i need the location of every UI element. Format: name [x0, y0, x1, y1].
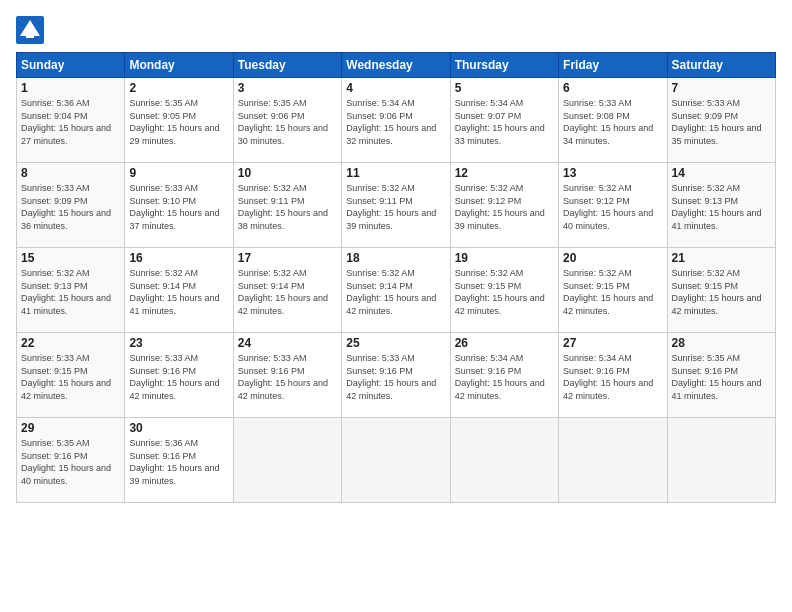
day-info: Sunrise: 5:33 AM Sunset: 9:16 PM Dayligh… — [129, 352, 228, 402]
day-info: Sunrise: 5:32 AM Sunset: 9:12 PM Dayligh… — [563, 182, 662, 232]
table-row: 10Sunrise: 5:32 AM Sunset: 9:11 PM Dayli… — [233, 163, 341, 248]
table-row: 9Sunrise: 5:33 AM Sunset: 9:10 PM Daylig… — [125, 163, 233, 248]
table-row: 15Sunrise: 5:32 AM Sunset: 9:13 PM Dayli… — [17, 248, 125, 333]
day-number: 9 — [129, 166, 228, 180]
col-header-tuesday: Tuesday — [233, 53, 341, 78]
table-row: 20Sunrise: 5:32 AM Sunset: 9:15 PM Dayli… — [559, 248, 667, 333]
day-info: Sunrise: 5:35 AM Sunset: 9:16 PM Dayligh… — [672, 352, 771, 402]
table-row: 4Sunrise: 5:34 AM Sunset: 9:06 PM Daylig… — [342, 78, 450, 163]
day-info: Sunrise: 5:32 AM Sunset: 9:11 PM Dayligh… — [238, 182, 337, 232]
table-row: 12Sunrise: 5:32 AM Sunset: 9:12 PM Dayli… — [450, 163, 558, 248]
day-info: Sunrise: 5:32 AM Sunset: 9:14 PM Dayligh… — [238, 267, 337, 317]
table-row: 7Sunrise: 5:33 AM Sunset: 9:09 PM Daylig… — [667, 78, 775, 163]
table-row: 13Sunrise: 5:32 AM Sunset: 9:12 PM Dayli… — [559, 163, 667, 248]
day-info: Sunrise: 5:32 AM Sunset: 9:13 PM Dayligh… — [672, 182, 771, 232]
table-row: 24Sunrise: 5:33 AM Sunset: 9:16 PM Dayli… — [233, 333, 341, 418]
day-number: 11 — [346, 166, 445, 180]
day-info: Sunrise: 5:33 AM Sunset: 9:15 PM Dayligh… — [21, 352, 120, 402]
table-row: 27Sunrise: 5:34 AM Sunset: 9:16 PM Dayli… — [559, 333, 667, 418]
col-header-saturday: Saturday — [667, 53, 775, 78]
day-info: Sunrise: 5:32 AM Sunset: 9:15 PM Dayligh… — [672, 267, 771, 317]
day-number: 10 — [238, 166, 337, 180]
table-row: 19Sunrise: 5:32 AM Sunset: 9:15 PM Dayli… — [450, 248, 558, 333]
day-number: 4 — [346, 81, 445, 95]
day-info: Sunrise: 5:36 AM Sunset: 9:16 PM Dayligh… — [129, 437, 228, 487]
day-info: Sunrise: 5:32 AM Sunset: 9:15 PM Dayligh… — [455, 267, 554, 317]
table-row: 23Sunrise: 5:33 AM Sunset: 9:16 PM Dayli… — [125, 333, 233, 418]
day-number: 17 — [238, 251, 337, 265]
day-info: Sunrise: 5:35 AM Sunset: 9:06 PM Dayligh… — [238, 97, 337, 147]
col-header-wednesday: Wednesday — [342, 53, 450, 78]
table-row — [559, 418, 667, 503]
day-info: Sunrise: 5:35 AM Sunset: 9:05 PM Dayligh… — [129, 97, 228, 147]
day-number: 30 — [129, 421, 228, 435]
table-row: 16Sunrise: 5:32 AM Sunset: 9:14 PM Dayli… — [125, 248, 233, 333]
table-row: 28Sunrise: 5:35 AM Sunset: 9:16 PM Dayli… — [667, 333, 775, 418]
table-row: 18Sunrise: 5:32 AM Sunset: 9:14 PM Dayli… — [342, 248, 450, 333]
col-header-sunday: Sunday — [17, 53, 125, 78]
table-row — [667, 418, 775, 503]
table-row: 6Sunrise: 5:33 AM Sunset: 9:08 PM Daylig… — [559, 78, 667, 163]
table-row: 17Sunrise: 5:32 AM Sunset: 9:14 PM Dayli… — [233, 248, 341, 333]
day-info: Sunrise: 5:33 AM Sunset: 9:10 PM Dayligh… — [129, 182, 228, 232]
table-row — [233, 418, 341, 503]
day-info: Sunrise: 5:34 AM Sunset: 9:06 PM Dayligh… — [346, 97, 445, 147]
logo-icon — [16, 16, 44, 44]
day-info: Sunrise: 5:32 AM Sunset: 9:12 PM Dayligh… — [455, 182, 554, 232]
table-row: 1Sunrise: 5:36 AM Sunset: 9:04 PM Daylig… — [17, 78, 125, 163]
day-number: 20 — [563, 251, 662, 265]
day-number: 24 — [238, 336, 337, 350]
day-info: Sunrise: 5:32 AM Sunset: 9:11 PM Dayligh… — [346, 182, 445, 232]
day-number: 23 — [129, 336, 228, 350]
day-number: 8 — [21, 166, 120, 180]
day-info: Sunrise: 5:32 AM Sunset: 9:14 PM Dayligh… — [346, 267, 445, 317]
day-number: 19 — [455, 251, 554, 265]
day-number: 3 — [238, 81, 337, 95]
day-info: Sunrise: 5:34 AM Sunset: 9:16 PM Dayligh… — [563, 352, 662, 402]
day-number: 1 — [21, 81, 120, 95]
day-number: 6 — [563, 81, 662, 95]
table-row: 2Sunrise: 5:35 AM Sunset: 9:05 PM Daylig… — [125, 78, 233, 163]
table-row — [450, 418, 558, 503]
day-number: 5 — [455, 81, 554, 95]
table-row — [342, 418, 450, 503]
table-row: 30Sunrise: 5:36 AM Sunset: 9:16 PM Dayli… — [125, 418, 233, 503]
table-row: 11Sunrise: 5:32 AM Sunset: 9:11 PM Dayli… — [342, 163, 450, 248]
day-info: Sunrise: 5:33 AM Sunset: 9:16 PM Dayligh… — [238, 352, 337, 402]
day-number: 16 — [129, 251, 228, 265]
day-info: Sunrise: 5:32 AM Sunset: 9:14 PM Dayligh… — [129, 267, 228, 317]
day-number: 26 — [455, 336, 554, 350]
table-row: 26Sunrise: 5:34 AM Sunset: 9:16 PM Dayli… — [450, 333, 558, 418]
calendar-table: Sunday Monday Tuesday Wednesday Thursday… — [16, 52, 776, 503]
page-header — [16, 16, 776, 44]
day-number: 15 — [21, 251, 120, 265]
day-info: Sunrise: 5:32 AM Sunset: 9:15 PM Dayligh… — [563, 267, 662, 317]
logo — [16, 16, 48, 44]
table-row: 8Sunrise: 5:33 AM Sunset: 9:09 PM Daylig… — [17, 163, 125, 248]
table-row: 22Sunrise: 5:33 AM Sunset: 9:15 PM Dayli… — [17, 333, 125, 418]
table-row: 5Sunrise: 5:34 AM Sunset: 9:07 PM Daylig… — [450, 78, 558, 163]
day-number: 29 — [21, 421, 120, 435]
table-row: 25Sunrise: 5:33 AM Sunset: 9:16 PM Dayli… — [342, 333, 450, 418]
day-info: Sunrise: 5:33 AM Sunset: 9:09 PM Dayligh… — [21, 182, 120, 232]
day-info: Sunrise: 5:33 AM Sunset: 9:16 PM Dayligh… — [346, 352, 445, 402]
day-number: 2 — [129, 81, 228, 95]
day-number: 25 — [346, 336, 445, 350]
col-header-thursday: Thursday — [450, 53, 558, 78]
day-number: 12 — [455, 166, 554, 180]
table-row: 14Sunrise: 5:32 AM Sunset: 9:13 PM Dayli… — [667, 163, 775, 248]
day-number: 7 — [672, 81, 771, 95]
day-info: Sunrise: 5:34 AM Sunset: 9:07 PM Dayligh… — [455, 97, 554, 147]
day-number: 27 — [563, 336, 662, 350]
col-header-friday: Friday — [559, 53, 667, 78]
day-info: Sunrise: 5:33 AM Sunset: 9:09 PM Dayligh… — [672, 97, 771, 147]
day-number: 13 — [563, 166, 662, 180]
day-info: Sunrise: 5:36 AM Sunset: 9:04 PM Dayligh… — [21, 97, 120, 147]
svg-rect-2 — [26, 30, 34, 38]
table-row: 21Sunrise: 5:32 AM Sunset: 9:15 PM Dayli… — [667, 248, 775, 333]
day-number: 22 — [21, 336, 120, 350]
day-number: 14 — [672, 166, 771, 180]
day-info: Sunrise: 5:32 AM Sunset: 9:13 PM Dayligh… — [21, 267, 120, 317]
day-info: Sunrise: 5:33 AM Sunset: 9:08 PM Dayligh… — [563, 97, 662, 147]
day-number: 28 — [672, 336, 771, 350]
